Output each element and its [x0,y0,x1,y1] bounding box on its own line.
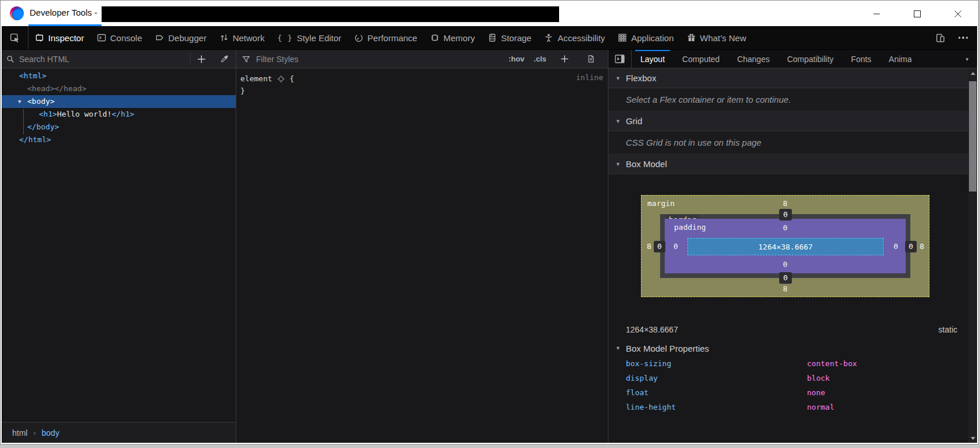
panels-area: <html> <head></head> ▼<body> <h1>Hello w… [2,50,977,443]
filter-styles-input[interactable] [256,55,509,64]
border-right-value[interactable]: 0 [905,241,917,252]
scrollbar-thumb[interactable] [969,81,977,192]
section-header-box-model-properties[interactable]: ▼ Box Model Properties [608,340,977,356]
tab-changes[interactable]: Changes [729,50,779,68]
tab-label: Performance [368,33,417,43]
whats-new-icon [687,33,696,42]
tab-storage[interactable]: Storage [481,26,538,49]
scroll-down-arrow[interactable] [968,433,977,443]
margin-left-value[interactable]: 8 [643,241,655,252]
padding-top-value[interactable]: 0 [642,223,929,233]
print-media-icon[interactable] [582,55,600,63]
window-title: Developer Tools - [30,8,97,17]
tab-inspector[interactable]: Inspector [28,26,91,49]
tab-fonts[interactable]: Fonts [842,50,880,68]
scroll-up-arrow[interactable] [968,68,977,78]
storage-icon [488,33,497,42]
breadcrumb-item-html[interactable]: html [12,428,27,438]
section-title: Flexbox [626,73,657,83]
responsive-design-mode-icon[interactable] [932,33,949,43]
tab-network[interactable]: Network [213,26,271,49]
expander-icon[interactable]: ▼ [18,95,27,108]
section-header-flexbox[interactable]: ▼ Flexbox [608,68,977,88]
markup-panel: <html> <head></head> ▼<body> <h1>Hello w… [2,50,236,443]
tab-console[interactable]: Console [91,26,149,49]
tab-application[interactable]: Application [611,26,680,49]
three-pane-toggle-icon[interactable] [608,50,632,68]
tab-style-editor[interactable]: { } Style Editor [271,26,348,49]
tab-debugger[interactable]: Debugger [149,26,213,49]
pseudo-class-toggle[interactable]: :hov [509,55,524,63]
pick-element-button[interactable] [2,26,28,49]
tab-label: Style Editor [297,33,341,43]
minimize-button[interactable] [863,5,890,23]
section-title: Grid [626,116,642,126]
tab-label: Computed [682,55,720,64]
content-dimensions[interactable]: 1264×38.6667 [758,243,813,251]
tab-memory[interactable]: Memory [424,26,481,49]
rule-source-link[interactable]: inline [576,73,603,82]
property-value: none [807,388,825,397]
tab-computed[interactable]: Computed [673,50,729,68]
tree-row-h1[interactable]: <h1>Hello world!</h1> [2,108,236,121]
tab-performance[interactable]: Performance [348,26,424,49]
tab-animations[interactable]: Anima [880,50,911,68]
tab-compatibility[interactable]: Compatibility [779,50,842,68]
layout-panel-body: ▼ Flexbox Select a Flex container or ite… [608,68,977,443]
tag-text: <head></head> [27,84,87,93]
tree-row-body-close[interactable]: </body> [2,121,236,133]
rules-toolbar: :hov .cls [236,50,608,68]
search-input[interactable] [19,55,190,64]
section-title: Box Model [626,159,667,169]
section-header-grid[interactable]: ▼ Grid [608,111,977,131]
add-rule-icon[interactable] [556,55,573,63]
tree-row-head[interactable]: <head></head> [2,82,236,95]
padding-left-value[interactable]: 0 [670,241,682,252]
filter-funnel-icon [236,55,256,63]
tab-whats-new[interactable]: What’s New [680,26,753,49]
tree-row-body-open-selected[interactable]: ▼<body> [2,95,236,108]
tag-text: <h1> [39,110,57,118]
rule-open-brace: { [290,73,294,85]
tree-row-html-close[interactable]: </html> [2,133,236,146]
tab-label: Debugger [168,33,207,43]
tab-label: What’s New [700,33,747,43]
console-icon [97,33,106,42]
margin-right-value[interactable]: 8 [916,241,928,252]
tab-label: Storage [501,33,532,43]
tree-row-html-open[interactable]: <html> [2,70,236,82]
breadcrumb-item-body[interactable]: body [42,428,59,438]
message-text: CSS Grid is not in use on this page [626,138,761,147]
tab-accessibility[interactable]: Accessibility [538,26,611,49]
sidebar-tabbar: Layout Computed Changes Compatibility Fo… [608,50,977,68]
padding-bottom-value[interactable]: 0 [642,259,929,270]
add-node-icon[interactable] [190,55,212,64]
element-position: static [938,325,957,334]
border-bottom-value[interactable]: 0 [779,272,792,284]
padding-right-value[interactable]: 0 [890,241,902,252]
tab-layout[interactable]: Layout [632,50,673,68]
tab-label: Inspector [48,33,84,43]
maximize-button[interactable] [904,5,931,23]
flexbox-message: Select a Flex container or item to conti… [608,88,977,111]
section-header-box-model[interactable]: ▼ Box Model [608,154,977,174]
close-button[interactable] [945,5,971,23]
property-name: float [626,388,807,397]
border-left-value[interactable]: 0 [654,241,665,252]
margin-top-value[interactable]: 8 [642,198,929,209]
rule-close-brace: } [240,85,245,97]
property-value: content-box [807,359,857,368]
network-icon [219,33,229,42]
tabs-overflow-chevron-icon[interactable]: ▾ [965,50,968,68]
rule-selector[interactable]: element [240,73,272,85]
margin-bottom-value[interactable]: 8 [642,284,929,294]
border-top-value[interactable]: 0 [779,209,792,221]
tab-label: Accessibility [557,33,605,43]
highlighter-target-icon[interactable] [276,75,286,83]
memory-icon [430,33,439,42]
tab-label: Application [631,33,673,43]
meatball-menu-icon[interactable] [959,37,968,39]
eyedropper-icon[interactable] [212,55,236,63]
vertical-scrollbar[interactable] [968,68,977,443]
class-toggle[interactable]: .cls [534,55,546,63]
